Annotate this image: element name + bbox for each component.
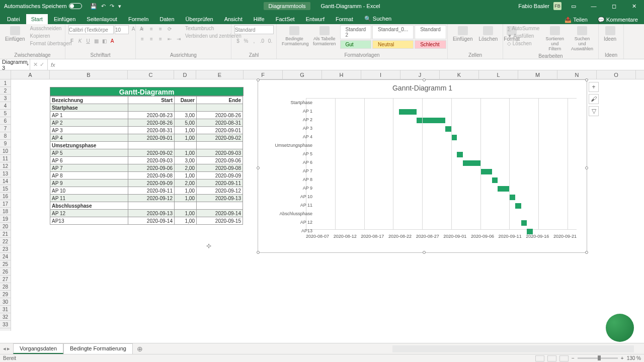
table-row[interactable]: AP 122020-09-131,002020-09-14 (50, 210, 243, 217)
cell[interactable] (197, 202, 243, 210)
cancel-formula-icon[interactable]: ✕ (33, 61, 38, 68)
row-header-15[interactable]: 15 (0, 185, 11, 193)
row-header-26[interactable]: 26 (0, 268, 11, 276)
decrease-decimal-icon[interactable]: 0. (267, 37, 274, 44)
share-button[interactable]: 📤 Teilen (560, 16, 592, 24)
undo-icon[interactable]: ↶ (101, 3, 106, 10)
row-header-30[interactable]: 30 (0, 298, 11, 306)
ribbon-tab-datei[interactable]: Datei (2, 14, 25, 24)
chart-bar[interactable] (457, 152, 463, 157)
add-sheet-icon[interactable]: ⊕ (133, 345, 147, 353)
row-header-27[interactable]: 27 (0, 276, 11, 283)
row-header-19[interactable]: 19 (0, 215, 11, 223)
table-row[interactable]: AP 72020-09-062,002020-09-08 (50, 164, 243, 172)
row-header-6[interactable]: 6 (0, 117, 11, 125)
chart-bar[interactable] (445, 126, 451, 132)
chart-plot-area[interactable] (306, 98, 577, 230)
chart-handle-sw[interactable] (257, 251, 260, 254)
ribbon-tab-einfügen[interactable]: Einfügen (49, 14, 80, 24)
column-header-L[interactable]: L (479, 70, 518, 79)
table-row[interactable]: Umsetzungsphase (50, 142, 243, 149)
ribbon-tab-format[interactable]: Format (331, 14, 358, 24)
table-row[interactable]: Abschlussphase (50, 202, 243, 210)
cell[interactable]: 2020-09-08 (128, 172, 175, 179)
row-header-21[interactable]: 21 (0, 230, 11, 238)
align-middle-icon[interactable]: ≡ (148, 25, 155, 32)
save-icon[interactable]: 💾 (90, 3, 97, 10)
table-row[interactable]: AP 12020-08-233,002020-08-26 (50, 112, 243, 119)
row-header-29[interactable]: 29 (0, 291, 11, 298)
cell[interactable]: 2020-09-11 (128, 187, 175, 195)
table-row[interactable]: AP 32020-08-311,002020-09-01 (50, 127, 243, 134)
ribbon-tab-start[interactable]: Start (26, 14, 48, 24)
ribbon-tab-factset[interactable]: FactSet (271, 14, 300, 24)
align-center-icon[interactable]: ≡ (148, 35, 155, 42)
cell[interactable]: 1,00 (175, 217, 197, 225)
cell[interactable]: 2020-09-01 (197, 127, 243, 134)
zoom-out-icon[interactable]: − (572, 355, 575, 361)
cell[interactable]: 2020-09-15 (197, 217, 243, 225)
header-ende[interactable]: Ende (197, 97, 243, 104)
row-header-2[interactable]: 2 (0, 87, 11, 95)
cell[interactable]: 2020-09-12 (197, 187, 243, 195)
row-header-8[interactable]: 8 (0, 132, 11, 140)
row-header-13[interactable]: 13 (0, 170, 11, 177)
accept-formula-icon[interactable]: ✓ (40, 61, 44, 68)
ribbon-tab-ansicht[interactable]: Ansicht (219, 14, 248, 24)
increase-decimal-icon[interactable]: .0 (259, 37, 266, 44)
chart-bar[interactable] (399, 109, 417, 115)
cell-style-neutral[interactable]: Neutral (372, 40, 414, 49)
cell[interactable]: Umsetzungsphase (50, 142, 128, 149)
cell-style-standard2[interactable]: Standard 2 (340, 25, 372, 39)
cell[interactable]: 2020-09-14 (128, 217, 175, 225)
cell[interactable]: AP13 (50, 217, 128, 225)
column-header-K[interactable]: K (440, 70, 479, 79)
cell[interactable]: 2020-08-31 (128, 127, 175, 134)
table-row[interactable]: AP 112020-09-121,002020-09-13 (50, 195, 243, 202)
cell[interactable]: 2020-08-26 (128, 119, 175, 127)
column-header-N[interactable]: N (557, 70, 597, 79)
worksheet-grid[interactable]: ABCDEFGHIJKLMNO 123456789101112131415161… (0, 70, 644, 331)
table-row[interactable]: Startphase (50, 104, 243, 112)
column-header-H[interactable]: H (322, 70, 361, 79)
row-header-11[interactable]: 11 (0, 155, 11, 162)
zoom-slider[interactable] (578, 357, 618, 359)
cell[interactable]: AP 3 (50, 127, 128, 134)
cell[interactable]: 2020-08-23 (128, 112, 175, 119)
cell[interactable]: 2020-08-31 (197, 119, 243, 127)
column-header-E[interactable]: E (196, 70, 244, 79)
cell[interactable]: 2020-09-09 (128, 179, 175, 187)
cell-style-gut[interactable]: Gut (340, 40, 372, 49)
align-right-icon[interactable]: ≡ (157, 35, 164, 42)
cell[interactable] (197, 104, 243, 112)
cell-style-standard[interactable]: Standard (415, 25, 446, 39)
cell[interactable]: 1,00 (175, 172, 197, 179)
chart-title[interactable]: Gannt-Diagramm 1 (258, 80, 587, 96)
minimize-icon[interactable]: — (586, 0, 602, 12)
decrease-indent-icon[interactable]: ⇤ (166, 35, 173, 42)
cell[interactable] (175, 142, 197, 149)
cell[interactable]: 2020-09-09 (197, 172, 243, 179)
select-all-corner[interactable] (0, 70, 11, 79)
ribbon-display-icon[interactable]: ▭ (566, 0, 582, 12)
cell[interactable]: 2020-09-08 (197, 164, 243, 172)
cell[interactable]: AP 9 (50, 179, 128, 187)
column-header-A[interactable]: A (11, 70, 50, 79)
chart-bar[interactable] (498, 186, 509, 192)
header-bezeichnung[interactable]: Bezeichnung (50, 97, 128, 104)
table-row[interactable]: AP 22020-08-265,002020-08-31 (50, 119, 243, 127)
cell[interactable]: AP 10 (50, 187, 128, 195)
maximize-icon[interactable]: ◻ (606, 0, 622, 12)
currency-icon[interactable]: $ (234, 37, 242, 44)
row-header-22[interactable]: 22 (0, 238, 11, 245)
cell[interactable]: AP 4 (50, 134, 128, 142)
cell[interactable]: 1,00 (175, 187, 197, 195)
close-icon[interactable]: ✕ (626, 0, 642, 12)
chart-handle-ne[interactable] (585, 78, 588, 81)
ribbon-tab-entwurf[interactable]: Entwurf (301, 14, 330, 24)
fill-color-icon[interactable]: ◧ (101, 37, 108, 44)
align-left-icon[interactable]: ≡ (139, 35, 146, 42)
cell[interactable]: Abschlussphase (50, 202, 128, 210)
ribbon-tab-daten[interactable]: Daten (154, 14, 179, 24)
cell[interactable]: 2,00 (175, 179, 197, 187)
